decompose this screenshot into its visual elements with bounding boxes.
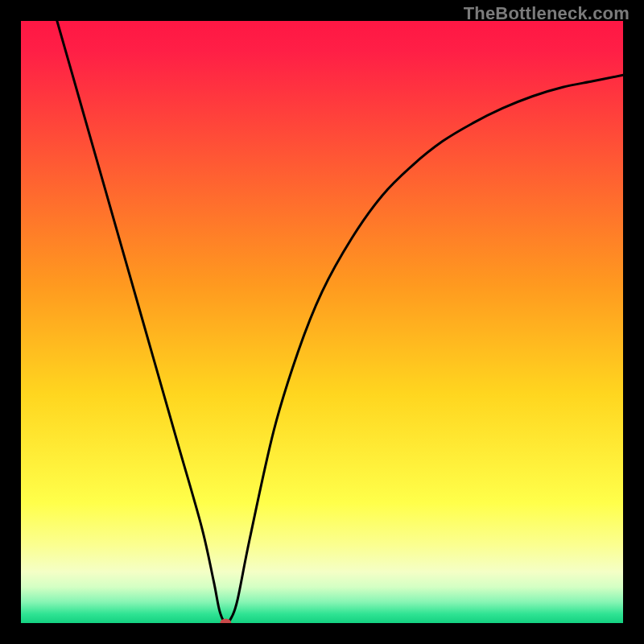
- bottleneck-chart: [21, 21, 623, 623]
- gradient-background: [21, 21, 623, 623]
- plot-area: [21, 21, 623, 623]
- chart-frame: TheBottleneck.com: [0, 0, 644, 644]
